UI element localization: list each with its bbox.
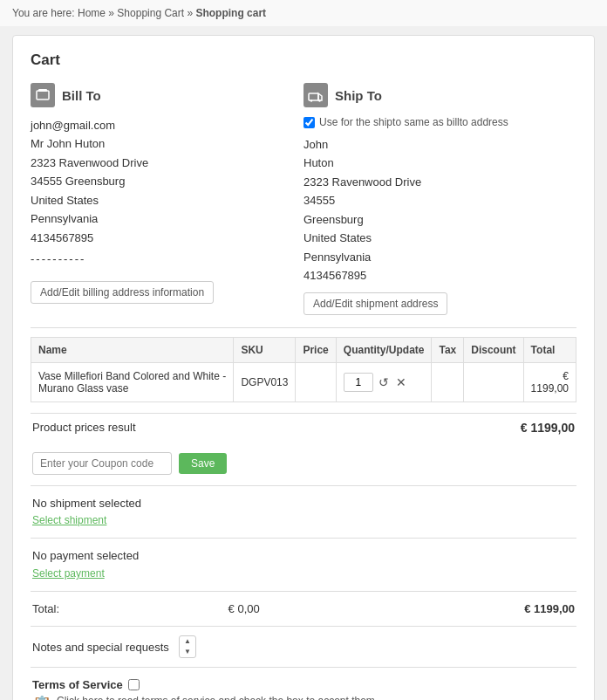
bill-to-phone: 4134567895 xyxy=(31,229,304,247)
edit-billing-button[interactable]: Add/Edit billing address information xyxy=(31,281,214,304)
select-payment-link[interactable]: Select payment xyxy=(32,566,575,582)
ship-to-country: United States xyxy=(304,229,576,247)
table-row: Vase Millefiori Band Colored and White -… xyxy=(31,362,576,401)
bill-to-info: john@gmail.com Mr John Huton 2323 Ravenw… xyxy=(31,116,304,269)
notes-up-button[interactable]: ▲ xyxy=(180,636,195,647)
payment-block: No payment selected Select payment xyxy=(31,539,576,592)
bill-to-heading: Bill To xyxy=(31,83,304,107)
col-header-discount: Discount xyxy=(464,337,523,362)
bill-to-address: 2323 Ravenwood Drive xyxy=(31,154,304,172)
no-shipment-text: No shipment selected xyxy=(32,495,575,513)
address-row: Bill To john@gmail.com Mr John Huton 232… xyxy=(31,83,576,315)
breadcrumb-current: Shopping cart xyxy=(195,7,266,19)
svg-rect-0 xyxy=(37,91,49,100)
terms-label: Terms of Service xyxy=(32,678,123,691)
bill-to-email: john@gmail.com xyxy=(31,116,304,134)
col-header-tax: Tax xyxy=(432,337,464,362)
total-value: € 0,00 € 1199,00 xyxy=(228,602,575,615)
col-header-name: Name xyxy=(31,337,234,362)
col-header-sku: SKU xyxy=(234,337,296,362)
qty-refresh-button[interactable]: ↺ xyxy=(377,375,391,389)
product-price xyxy=(296,362,336,401)
coupon-row: Save xyxy=(31,442,576,486)
notes-down-button[interactable]: ▼ xyxy=(180,647,195,657)
breadcrumb: You are here: Home » Shopping Cart » Sho… xyxy=(0,0,607,26)
totals-row: Total: € 0,00 € 1199,00 xyxy=(32,600,575,617)
ship-to-label: Ship To xyxy=(335,88,382,103)
terms-checkbox[interactable] xyxy=(128,679,140,690)
terms-desc: 📋 Click here to read terms of service an… xyxy=(32,695,575,700)
bill-to-country: United States xyxy=(31,191,304,209)
bill-to-state: Pennsylvania xyxy=(31,209,304,228)
cart-container: Cart Bill To john@gmail.com Mr John Huto… xyxy=(12,35,595,700)
product-discount xyxy=(464,362,523,401)
ship-to-firstname: John xyxy=(304,135,576,154)
coupon-input[interactable] xyxy=(32,452,172,475)
ship-to-icon xyxy=(304,83,328,107)
notes-stepper[interactable]: ▲ ▼ xyxy=(179,635,196,658)
product-qty: ↺ ✕ xyxy=(336,362,432,401)
qty-remove-button[interactable]: ✕ xyxy=(394,375,408,389)
ship-to-state: Pennsylvania xyxy=(304,248,576,266)
product-prices-row: Product prices result € 1199,00 xyxy=(31,413,576,442)
same-address-label: Use for the shipto same as billto addres… xyxy=(319,116,508,128)
breadcrumb-sep2: » xyxy=(187,7,193,19)
product-prices-total: € 1199,00 xyxy=(521,421,575,435)
ship-to-city: Greensburg xyxy=(304,210,576,229)
product-prices-label: Product prices result xyxy=(32,421,136,435)
notes-label: Notes and special requests xyxy=(32,641,172,654)
terms-icon: 📋 xyxy=(32,695,51,700)
product-sku: DGPV013 xyxy=(234,362,296,401)
ship-to-heading: Ship To xyxy=(304,83,576,107)
bill-to-col: Bill To john@gmail.com Mr John Huton 232… xyxy=(31,83,304,315)
bill-to-name: Mr John Huton xyxy=(31,134,304,153)
edit-shipment-button[interactable]: Add/Edit shipment address xyxy=(304,292,447,315)
cart-table: Name SKU Price Quantity/Update Tax Disco… xyxy=(31,337,576,402)
ship-to-lastname: Huton xyxy=(304,154,576,172)
product-total: €1199,00 xyxy=(523,362,576,401)
total-label: Total: xyxy=(32,602,59,615)
product-tax xyxy=(432,362,464,401)
ship-to-col: Ship To Use for the shipto same as billt… xyxy=(304,83,576,315)
terms-row: Terms of Service 📋 Click here to read te… xyxy=(31,668,576,700)
svg-rect-1 xyxy=(38,89,47,92)
bill-to-zip: 34555 Greensburg xyxy=(31,172,304,190)
terms-description[interactable]: Click here to read terms of service and … xyxy=(57,695,378,700)
terms-label-row: Terms of Service xyxy=(32,678,575,691)
svg-point-7 xyxy=(318,100,320,101)
same-address-row: Use for the shipto same as billto addres… xyxy=(304,116,576,128)
col-header-price: Price xyxy=(296,337,336,362)
breadcrumb-cart-link[interactable]: Shopping Cart xyxy=(117,7,184,19)
col-header-qty: Quantity/Update xyxy=(336,337,432,362)
product-name: Vase Millefiori Band Colored and White -… xyxy=(31,362,234,401)
total-value-left: € 0,00 xyxy=(228,602,260,615)
select-shipment-link[interactable]: Select shipment xyxy=(32,512,575,529)
ship-to-zip: 34555 xyxy=(304,191,576,209)
col-header-total: Total xyxy=(523,337,576,362)
breadcrumb-sep1: » xyxy=(108,7,114,19)
svg-marker-5 xyxy=(318,93,322,100)
breadcrumb-prefix: You are here: xyxy=(12,7,75,19)
bill-to-separator: ---------- xyxy=(31,250,304,268)
shipment-block: No shipment selected Select shipment xyxy=(31,486,576,539)
notes-row: Notes and special requests ▲ ▼ xyxy=(31,627,576,668)
no-payment-text: No payment selected xyxy=(32,547,575,566)
breadcrumb-home[interactable]: Home xyxy=(78,7,106,19)
quantity-input[interactable] xyxy=(344,373,373,392)
coupon-save-button[interactable]: Save xyxy=(179,453,227,474)
ship-to-address: 2323 Ravenwood Drive xyxy=(304,173,576,191)
grand-total-value: € 1199,00 xyxy=(524,602,575,615)
cart-title: Cart xyxy=(31,51,576,69)
divider-1 xyxy=(31,327,576,328)
svg-rect-4 xyxy=(309,93,318,100)
svg-point-6 xyxy=(310,100,312,101)
bill-to-label: Bill To xyxy=(62,88,101,103)
totals-section: Total: € 0,00 € 1199,00 xyxy=(31,592,576,627)
ship-to-phone: 4134567895 xyxy=(304,266,576,285)
bill-to-icon xyxy=(31,83,55,107)
ship-to-info: John Huton 2323 Ravenwood Drive 34555 Gr… xyxy=(304,135,576,285)
same-address-checkbox[interactable] xyxy=(304,117,315,128)
